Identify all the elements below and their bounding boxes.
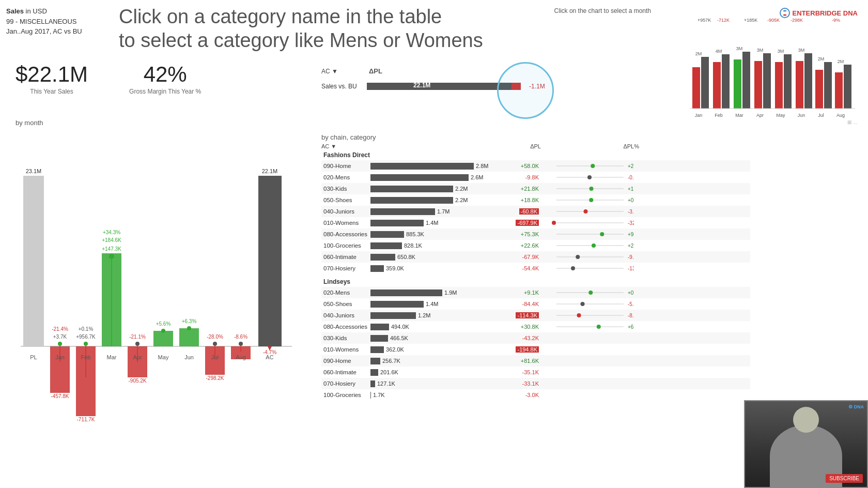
svg-text:-712K: -712K (717, 18, 730, 23)
svg-text:2M: 2M (695, 51, 702, 56)
value-bar (370, 346, 384, 353)
table-row[interactable]: 050-Shoes1.4M-84.4K-5.8 (321, 298, 750, 310)
svg-text:2M: 2M (838, 59, 844, 64)
category-name[interactable]: 070-Hosiery (321, 265, 370, 271)
svg-text:-711.7K: -711.7K (76, 417, 95, 422)
category-name[interactable]: 050-Shoes (321, 197, 370, 203)
mc-bar-feb-red (713, 62, 721, 109)
svg-text:Aug: Aug (236, 354, 246, 360)
table-row[interactable]: 070-Hosiery127.1K-33.1K (321, 378, 750, 389)
svg-text:-457.8K: -457.8K (51, 393, 69, 399)
table-row[interactable]: 090-Home256.7K+81.6K (321, 355, 750, 367)
svg-text:-21.1%: -21.1% (129, 334, 146, 340)
svg-text:-32.9: -32.9 (628, 220, 634, 226)
table-row[interactable]: 040-Juniors1.2M-114.3K-8.6 (321, 310, 750, 321)
category-name[interactable]: 100-Groceries (321, 392, 370, 398)
table-row[interactable]: 040-Juniors1.7M-60.8K-3.4 (321, 206, 750, 217)
svg-text:Jul: Jul (211, 354, 219, 360)
svg-text:+957K: +957K (698, 18, 711, 23)
table-row[interactable]: 010-Womens1.4M-697.9K-32.9 (321, 217, 750, 228)
delta-value: -194.8K (489, 346, 541, 353)
table-row[interactable]: 050-Shoes2.2M+18.8K+0.9 (321, 194, 750, 206)
category-name[interactable]: 020-Mens (321, 174, 370, 180)
svg-text:⊞: ⊞ (847, 119, 851, 125)
svg-text:Jul: Jul (818, 113, 824, 118)
kpi-margin-label: Gross Margin This Year % (129, 88, 201, 95)
category-name[interactable]: 020-Mens (321, 289, 370, 296)
category-name[interactable]: 050-Shoes (321, 301, 370, 307)
dot-plot-cell: -8.6 (541, 311, 634, 320)
table-row[interactable]: 010-Womens362.0K-194.8K (321, 344, 750, 355)
bar-may (153, 331, 173, 346)
table-row[interactable]: 090-Home2.8M+58.0K+2.1 (321, 160, 750, 172)
subscribe-button[interactable]: SUBSCRIBE (826, 474, 863, 483)
category-name[interactable]: 090-Home (321, 358, 370, 364)
delta-value: +75.3K (489, 231, 541, 237)
lindseys-label[interactable]: Lindseys (321, 277, 750, 286)
svg-text:+2.1: +2.1 (628, 163, 634, 169)
value-bar (370, 174, 469, 181)
category-name[interactable]: 080-Accessories (321, 324, 370, 330)
value-bar (370, 392, 371, 399)
category-name[interactable]: 040-Juniors (321, 312, 370, 318)
table-row[interactable]: 020-Mens2.6M-9.8K-0.4 (321, 172, 750, 183)
category-name[interactable]: 030-Kids (321, 186, 370, 192)
mc-bar-jul-dark (824, 62, 832, 109)
dot-plot-cell: -0.4 (541, 173, 634, 182)
table-row[interactable]: 080-Accessories885.3K+75.3K+9.3 (321, 228, 750, 240)
table-row[interactable]: 030-Kids466.5K-43.2K (321, 332, 750, 344)
svg-text:-21.4%: -21.4% (52, 326, 68, 332)
category-name[interactable]: 030-Kids (321, 335, 370, 341)
svg-point-97 (581, 302, 585, 306)
dot-jul (213, 342, 217, 346)
mc-bar-jun-dark (804, 53, 812, 109)
svb-main-bar (367, 83, 512, 90)
fashions-direct-label[interactable]: Fashions Direct (321, 150, 750, 160)
svb-row-label: Sales vs. BU (321, 83, 363, 90)
dot-apr (135, 342, 140, 346)
kpi-sales: $22.1M This Year Sales (16, 62, 88, 95)
category-name[interactable]: 010-Womens (321, 220, 370, 226)
svg-text:3M: 3M (757, 48, 764, 53)
svg-text:May: May (776, 113, 785, 118)
chain-headers: AC ▼ ΔPL ΔPL% (321, 143, 750, 149)
category-name[interactable]: 070-Hosiery (321, 380, 370, 387)
svg-point-79 (552, 221, 556, 225)
table-row[interactable]: 100-Groceries828.1K+22.6K+2.8 (321, 240, 750, 251)
delta-value: -697.9K (489, 220, 541, 226)
svg-text:+6.7: +6.7 (628, 324, 634, 330)
category-name[interactable]: 010-Womens (321, 346, 370, 353)
table-row[interactable]: 080-Accessories494.0K+30.8K+6.7 (321, 321, 750, 332)
table-row[interactable]: 030-Kids2.2M+21.8K+1.0 (321, 183, 750, 194)
table-row[interactable]: 060-Intimate650.8K-67.9K-9.5 (321, 251, 750, 263)
svg-text:-298.2K: -298.2K (206, 375, 224, 381)
svg-text:+0.1%: +0.1% (79, 326, 94, 332)
table-row[interactable]: 070-Hosiery359.0K-54.4K-13.2 (321, 263, 750, 274)
svg-text:+185K: +185K (744, 18, 757, 23)
title-line2: to select a category like Mens or Womens (119, 29, 483, 53)
table-row[interactable]: 100-Groceries1.7K-3.0K (321, 389, 750, 401)
category-name[interactable]: 040-Juniors (321, 208, 370, 215)
delta-value: +81.6K (489, 358, 541, 364)
ac-label: AC ▼ (321, 68, 338, 75)
svg-text:3M: 3M (798, 48, 805, 53)
svg-text:23.1M: 23.1M (26, 168, 42, 174)
dot-plot-cell: +6.7 (541, 322, 634, 331)
value-bar (370, 380, 375, 387)
mc-bar-feb-dark (722, 54, 730, 109)
value-bar (370, 163, 474, 170)
category-name[interactable]: 090-Home (321, 163, 370, 169)
mc-bar-jan-dark (701, 57, 709, 109)
category-name[interactable]: 080-Accessories (321, 231, 370, 237)
table-row[interactable]: 060-Intimate201.6K-35.1K (321, 367, 750, 378)
dot-plot-cell: -3.4 (541, 207, 634, 216)
table-row[interactable]: 020-Mens1.9M+9.1K+0.5 (321, 287, 750, 298)
category-name[interactable]: 100-Groceries (321, 242, 370, 249)
sales-unit: in USD (26, 7, 47, 15)
chain-ac-col-label: AC ▼ (321, 143, 370, 149)
misc-label: 99 - MISCELLANEOUS (6, 18, 77, 25)
category-name[interactable]: 060-Intimate (321, 369, 370, 375)
category-name[interactable]: 060-Intimate (321, 254, 370, 260)
svg-text:Apr: Apr (756, 113, 764, 118)
svg-text:Aug: Aug (836, 113, 845, 118)
